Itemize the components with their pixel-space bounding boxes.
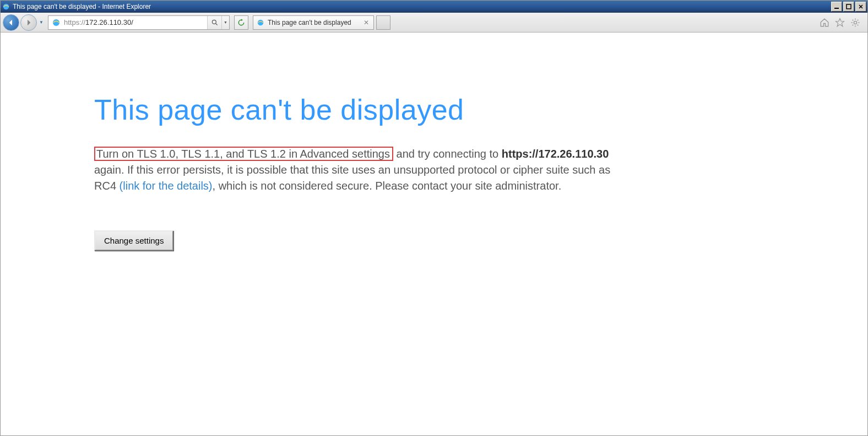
forward-button[interactable] (20, 14, 37, 31)
ie-page-icon (257, 19, 264, 26)
home-icon[interactable] (819, 17, 830, 28)
error-url: https://172.26.110.30 (502, 148, 609, 160)
svg-line-12 (853, 19, 854, 20)
window-title: This page can't be displayed - Internet … (13, 3, 151, 10)
minimize-button[interactable] (831, 2, 842, 12)
search-button[interactable] (207, 16, 221, 29)
svg-line-13 (858, 24, 859, 25)
error-body: Turn on TLS 1.0, TLS 1.1, and TLS 1.2 in… (94, 146, 623, 194)
svg-line-14 (853, 24, 854, 25)
ie-page-icon (51, 17, 62, 28)
svg-point-4 (212, 20, 216, 24)
window-titlebar: This page can't be displayed - Internet … (1, 1, 867, 13)
page-content: This page can't be displayed Turn on TLS… (1, 33, 867, 435)
svg-rect-1 (834, 8, 839, 9)
close-button[interactable] (855, 2, 866, 12)
back-button[interactable] (3, 14, 19, 31)
details-link[interactable]: (link for the details) (120, 180, 213, 192)
tab-close-button[interactable]: ✕ (362, 19, 370, 26)
error-heading: This page can't be displayed (94, 93, 623, 126)
favorites-icon[interactable] (834, 17, 845, 28)
tools-gear-icon[interactable] (850, 17, 861, 28)
error-text: and try connecting to (393, 148, 502, 160)
new-tab-button[interactable] (376, 15, 390, 30)
svg-line-15 (858, 19, 859, 20)
change-settings-button[interactable]: Change settings (94, 230, 173, 251)
svg-point-7 (854, 21, 856, 24)
ie-logo-icon (2, 2, 10, 11)
error-page: This page can't be displayed Turn on TLS… (94, 93, 623, 251)
url-host: 172.26.110.30/ (85, 18, 133, 26)
svg-rect-2 (847, 4, 851, 9)
url-input[interactable]: https://172.26.110.30/ (64, 18, 207, 26)
refresh-button[interactable] (234, 15, 248, 30)
highlighted-instruction: Turn on TLS 1.0, TLS 1.1, and TLS 1.2 in… (94, 147, 393, 161)
search-dropdown[interactable]: ▼ (221, 16, 229, 29)
tab-title: This page can't be displayed (268, 19, 351, 26)
address-bar[interactable]: https://172.26.110.30/ ▼ (48, 15, 230, 30)
svg-line-5 (215, 23, 217, 25)
maximize-button[interactable] (843, 2, 854, 12)
url-scheme: https:// (64, 18, 85, 26)
error-text: , which is not considered secure. Please… (213, 180, 562, 192)
browser-toolbar: ▼ https://172.26.110.30/ ▼ This page can… (1, 13, 867, 33)
nav-history-dropdown[interactable]: ▼ (38, 14, 45, 31)
browser-tab[interactable]: This page can't be displayed ✕ (253, 15, 374, 30)
